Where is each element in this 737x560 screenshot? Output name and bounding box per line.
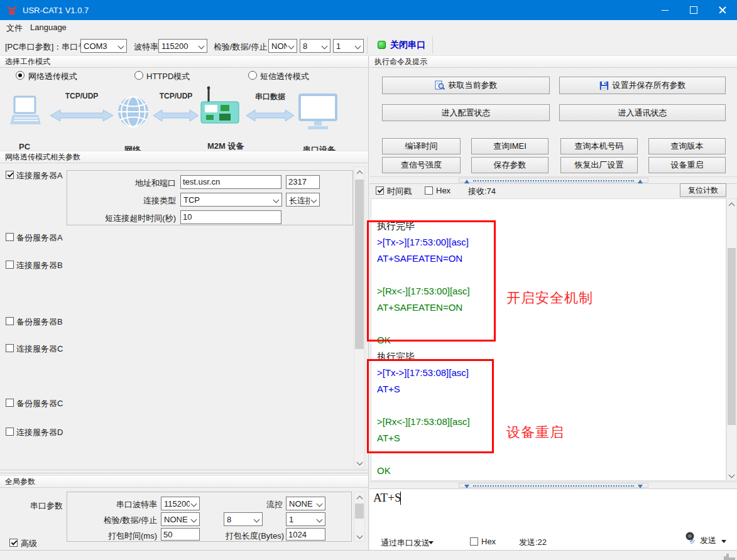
scrollbar-thumb[interactable]: [355, 180, 364, 349]
baud-select[interactable]: 115200: [158, 39, 207, 53]
chevron-down-icon: [355, 43, 361, 50]
send-via-dropdown[interactable]: 通过串口发送: [381, 537, 430, 549]
link1-label: TCP/UDP: [50, 92, 113, 100]
send-hex-checkbox-label: Hex: [481, 537, 496, 546]
save-floppy-icon: [599, 81, 609, 90]
recv-hex-checkbox[interactable]: [425, 186, 433, 195]
global-databits-select[interactable]: 8: [224, 512, 263, 526]
left-panel-scrollbar[interactable]: [354, 166, 365, 468]
enter-comm-button[interactable]: 进入通讯状态: [559, 104, 726, 121]
set-save-button[interactable]: 设置并保存所有参数: [559, 77, 726, 94]
pack-len-input[interactable]: 1024: [286, 528, 325, 541]
conn-type-select[interactable]: TCP: [180, 193, 282, 207]
splitter-dots: [473, 180, 634, 181]
query-imei-button[interactable]: 查询IMEI: [471, 138, 549, 154]
timeout-input[interactable]: 10: [180, 210, 281, 224]
close-button[interactable]: [708, 0, 737, 20]
addr-port-label: 地址和端口: [67, 178, 176, 189]
radio-network-mode[interactable]: [16, 71, 25, 80]
timestamp-checkbox-label: 时间戳: [387, 186, 412, 197]
compile-time-button[interactable]: 编译时间: [382, 138, 461, 154]
scroll-up-icon[interactable]: [729, 203, 735, 209]
window-title: USR-CAT1 V1.0.7: [23, 6, 89, 15]
flow-label: 流控: [239, 499, 283, 510]
stopbits-select[interactable]: 1: [333, 39, 364, 53]
horizontal-splitter[interactable]: [369, 482, 737, 489]
server-checkbox-label: 备份服务器C: [16, 398, 63, 409]
resize-grip[interactable]: [729, 551, 735, 557]
minimize-button[interactable]: [650, 0, 679, 20]
log-scrollbar[interactable]: [726, 198, 737, 481]
scroll-up-icon[interactable]: [357, 496, 363, 502]
timestamp-checkbox[interactable]: [376, 186, 384, 195]
com-port-select[interactable]: COM3: [80, 39, 127, 53]
radio-httpd-mode[interactable]: [134, 71, 143, 80]
global-stopbits-select[interactable]: 1: [286, 512, 325, 526]
query-signal-button[interactable]: 查信号强度: [382, 157, 461, 173]
log-line: OK: [377, 463, 391, 479]
query-version-button[interactable]: 查询版本: [648, 138, 726, 154]
splitter-handle[interactable]: [459, 483, 648, 488]
baud-label: 波特率: [134, 41, 158, 53]
chevron-down-icon[interactable]: [429, 541, 434, 544]
scrollbar-thumb[interactable]: [728, 248, 736, 425]
send-button[interactable]: 发送: [700, 535, 716, 546]
scrollbar-thumb[interactable]: [355, 503, 364, 519]
checkbox-connect-server-b[interactable]: [6, 261, 14, 269]
checkbox-connect-server-a[interactable]: [6, 171, 14, 179]
get-params-button[interactable]: 获取当前参数: [382, 77, 550, 94]
radio-sms-mode[interactable]: [248, 71, 257, 80]
send-hex-checkbox[interactable]: [470, 537, 478, 546]
close-icon: [719, 6, 726, 14]
device-restart-button[interactable]: 设备重启: [648, 157, 726, 173]
globe-network-icon: [117, 95, 150, 128]
port-input[interactable]: 2317: [286, 175, 320, 189]
checkbox-backup-server-b[interactable]: [6, 317, 14, 325]
parity-select[interactable]: NONE: [268, 39, 297, 53]
chevron-down-icon: [322, 43, 328, 50]
databits-select[interactable]: 8: [300, 39, 330, 53]
annotation-text: 设备重启: [506, 423, 564, 442]
splitter-arrow-icon: [464, 180, 469, 183]
reset-count-button[interactable]: 复位计数: [680, 183, 726, 197]
pc-label: PC: [19, 142, 30, 151]
minimize-icon: [662, 10, 669, 11]
global-scrollbar[interactable]: [354, 492, 365, 542]
scroll-down-icon[interactable]: [357, 460, 363, 466]
global-baud-select[interactable]: 115200: [161, 497, 200, 510]
menu-item-file[interactable]: 文件: [6, 23, 23, 34]
chevron-down-icon: [317, 517, 323, 523]
factory-reset-button[interactable]: 恢复出厂设置: [560, 157, 638, 173]
recv-hex-checkbox-label: Hex: [436, 186, 450, 195]
scroll-up-icon[interactable]: [357, 171, 363, 177]
checkbox-connect-server-c[interactable]: [6, 344, 14, 352]
scroll-down-icon[interactable]: [357, 533, 363, 539]
app-logo-icon: [6, 4, 18, 16]
sent-count: 发送:22: [519, 537, 547, 548]
query-number-button[interactable]: 查询本机号码: [560, 138, 638, 154]
global-parity-select[interactable]: NONE: [161, 512, 200, 526]
checkbox-backup-server-c[interactable]: [6, 399, 14, 407]
splitter-handle[interactable]: [459, 178, 648, 183]
conn-mode-select[interactable]: 长连接: [286, 193, 320, 207]
advanced-checkbox[interactable]: [9, 539, 18, 547]
server-checkbox-label: 连接服务器C: [16, 343, 63, 355]
menu-item-language[interactable]: Language: [30, 23, 67, 32]
horizontal-splitter[interactable]: [0, 470, 368, 473]
maximize-button[interactable]: [679, 0, 708, 20]
save-params-button[interactable]: 保存参数: [471, 157, 549, 173]
global-parity-label: 检验/数据/停止: [67, 515, 157, 526]
scroll-down-icon[interactable]: [729, 472, 735, 478]
checkbox-connect-server-d[interactable]: [6, 428, 14, 436]
flow-select[interactable]: NONE: [286, 497, 325, 510]
radio-httpd-mode-label: HTTPD模式: [146, 71, 190, 82]
enter-config-button[interactable]: 进入配置状态: [382, 104, 550, 121]
chevron-down-icon[interactable]: [721, 540, 726, 543]
pack-time-input[interactable]: 50: [161, 528, 200, 541]
pc-laptop-icon: [10, 95, 41, 129]
addr-input[interactable]: test.usr.cn: [180, 175, 281, 189]
status-bar: [0, 550, 737, 560]
pack-len-label: 打包长度(Bytes): [214, 530, 284, 542]
close-port-button[interactable]: 关闭串口: [390, 40, 425, 51]
checkbox-backup-server-a[interactable]: [6, 233, 14, 241]
